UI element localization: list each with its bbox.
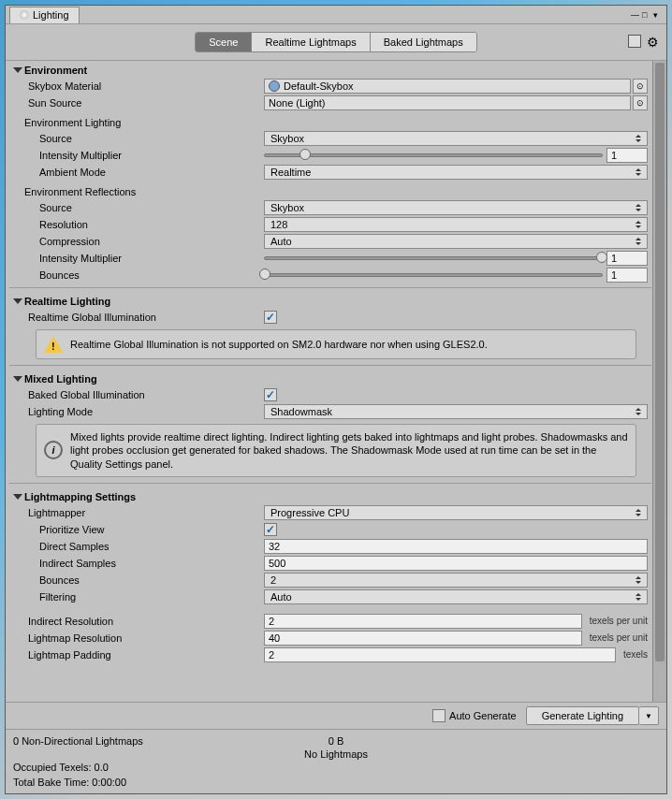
tab-scene[interactable]: Scene — [196, 33, 252, 51]
toolbar: Scene Realtime Lightmaps Baked Lightmaps… — [6, 24, 666, 61]
scrollbar[interactable] — [652, 61, 666, 702]
lightmap-padding-label: Lightmap Padding — [13, 649, 264, 661]
titlebar: Lighting — □ ▾ — [6, 6, 666, 24]
tab-baked-lightmaps[interactable]: Baked Lightmaps — [371, 33, 476, 51]
intensity-slider[interactable] — [264, 153, 603, 157]
texels: texels — [623, 649, 648, 660]
tab-realtime-lightmaps[interactable]: Realtime Lightmaps — [252, 33, 370, 51]
texels-unit: texels per unit — [590, 632, 648, 643]
indirect-samples-input[interactable] — [264, 556, 648, 571]
object-picker-icon[interactable]: ⊙ — [633, 79, 648, 94]
bounces-slider[interactable] — [264, 273, 603, 277]
indirect-res-label: Indirect Resolution — [13, 616, 264, 627]
filtering-label: Filtering — [13, 591, 264, 603]
foldout-icon — [13, 298, 22, 304]
content-scroll: Environment Skybox Material Default-Skyb… — [6, 61, 666, 702]
direct-samples-label: Direct Samples — [13, 541, 264, 552]
lightmapper-label: Lightmapper — [13, 507, 264, 518]
foldout-icon — [13, 494, 22, 500]
sun-source-field[interactable]: None (Light) — [264, 95, 631, 110]
window-tab[interactable]: Lighting — [9, 7, 80, 23]
occupied-texels: Occupied Texels: 0.0 — [13, 762, 109, 773]
lm-bounces-label: Bounces — [13, 574, 264, 586]
lighting-mode-label: Lighting Mode — [13, 406, 264, 417]
foldout-icon — [13, 376, 22, 382]
material-icon — [269, 80, 280, 92]
environment-reflections-header: Environment Reflections — [9, 181, 651, 199]
bounces-label: Bounces — [13, 269, 264, 281]
rgi-warning: Realtime Global Illumination is not supp… — [36, 329, 636, 359]
intensity-value[interactable] — [606, 148, 648, 163]
lighting-mode-dropdown[interactable]: Shadowmask — [264, 404, 648, 419]
new-window-icon[interactable] — [628, 35, 641, 48]
indirect-samples-label: Indirect Samples — [13, 558, 264, 569]
lightmap-padding-input[interactable] — [264, 647, 616, 662]
gear-icon[interactable]: ⚙ — [647, 35, 659, 50]
info-icon: i — [44, 441, 63, 459]
object-picker-icon[interactable]: ⊙ — [633, 95, 648, 110]
lightmap-res-label: Lightmap Resolution — [13, 632, 264, 644]
auto-generate-checkbox[interactable] — [432, 709, 446, 722]
ambient-mode-dropdown[interactable]: Realtime — [264, 165, 648, 180]
refl-intensity-label: Intensity Multiplier — [13, 253, 264, 264]
lightmapping-header[interactable]: Lightmapping Settings — [9, 487, 651, 504]
lightmapper-dropdown[interactable]: Progressive CPU — [264, 505, 648, 520]
lighting-icon — [20, 10, 29, 20]
dropdown-icon[interactable]: ▾ — [653, 10, 663, 20]
bgi-checkbox[interactable] — [264, 388, 277, 401]
bottom-bar: Auto Generate Generate Lighting ▼ — [6, 702, 666, 729]
direct-samples-input[interactable] — [264, 539, 648, 554]
minimize-icon[interactable]: — — [631, 10, 640, 20]
bounces-value[interactable] — [606, 268, 648, 283]
warning-icon — [44, 336, 63, 353]
total-bake-time: Total Bake Time: 0:00:00 — [13, 777, 126, 788]
realtime-lighting-header[interactable]: Realtime Lighting — [9, 292, 651, 309]
mixed-lighting-header[interactable]: Mixed Lighting — [9, 370, 651, 386]
rgi-label: Realtime Global Illumination — [13, 312, 264, 323]
compression-dropdown[interactable]: Auto — [264, 234, 648, 249]
rgi-checkbox[interactable] — [264, 311, 277, 324]
refl-source-label: Source — [13, 202, 264, 213]
skybox-material-field[interactable]: Default-Skybox — [264, 79, 631, 94]
resolution-label: Resolution — [13, 219, 264, 230]
generate-lighting-button[interactable]: Generate Lighting — [526, 706, 639, 725]
foldout-icon — [13, 67, 22, 73]
generate-dropdown[interactable]: ▼ — [639, 706, 659, 725]
refl-source-dropdown[interactable]: Skybox — [264, 200, 648, 215]
lm-bounces-dropdown[interactable]: 2 — [264, 573, 648, 588]
ambient-mode-label: Ambient Mode — [13, 167, 264, 178]
no-lightmaps: No Lightmaps — [13, 748, 659, 760]
environment-header[interactable]: Environment — [9, 61, 651, 78]
resolution-dropdown[interactable]: 128 — [264, 217, 648, 232]
stats-panel: 0 Non-Directional Lightmaps 0 B No Light… — [6, 729, 666, 793]
indirect-res-input[interactable] — [264, 614, 582, 629]
intensity-label: Intensity Multiplier — [13, 150, 264, 161]
window-title: Lighting — [33, 9, 69, 21]
filtering-dropdown[interactable]: Auto — [264, 589, 648, 604]
source-dropdown[interactable]: Skybox — [264, 131, 648, 146]
sun-source-label: Sun Source — [13, 97, 264, 109]
refl-intensity-slider[interactable] — [264, 256, 603, 260]
skybox-material-label: Skybox Material — [13, 80, 264, 92]
environment-lighting-header: Environment Lighting — [9, 111, 651, 130]
prioritize-label: Prioritize View — [13, 524, 264, 535]
mixed-info: i Mixed lights provide realtime direct l… — [36, 424, 636, 477]
source-label: Source — [13, 133, 264, 144]
prioritize-checkbox[interactable] — [264, 523, 277, 536]
texels-unit: texels per unit — [590, 616, 648, 626]
lightmaps-size: 0 B — [13, 735, 659, 747]
maximize-icon[interactable]: □ — [642, 10, 651, 20]
bgi-label: Baked Global Illumination — [13, 389, 264, 400]
lightmap-res-input[interactable] — [264, 631, 582, 646]
compression-label: Compression — [13, 236, 264, 247]
refl-intensity-value[interactable] — [606, 251, 648, 266]
mode-tabs: Scene Realtime Lightmaps Baked Lightmaps — [195, 32, 476, 52]
auto-generate-label: Auto Generate — [449, 710, 517, 721]
